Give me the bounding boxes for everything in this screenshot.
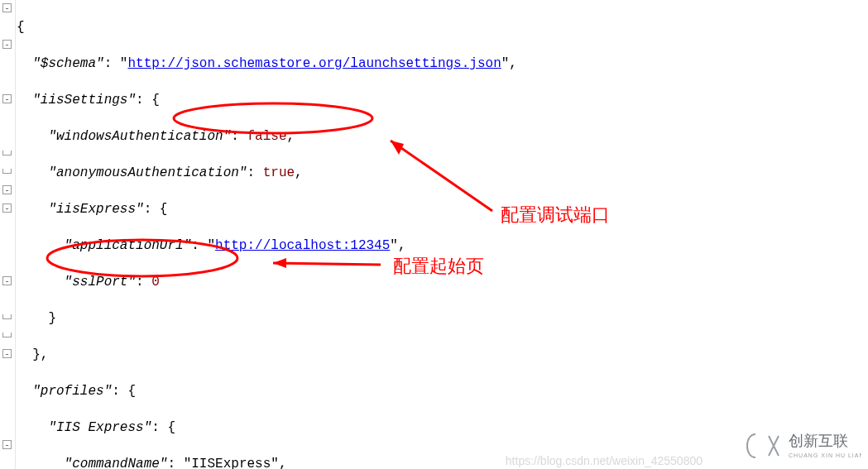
code-line: "applicationUrl": "http://localhost:1234…: [17, 237, 868, 255]
key-commandName: commandName: [72, 457, 160, 469]
code-line: {: [17, 18, 868, 36]
logo-c-icon: [747, 434, 755, 457]
value-windowsAuthentication: false: [247, 129, 286, 144]
value-schema-url[interactable]: http://json.schemastore.org/launchsettin…: [127, 56, 501, 71]
key-profiles: profiles: [41, 384, 104, 399]
brand-logo: 创新互联 CHUANG XIN HU LIAN: [746, 428, 861, 464]
code-line: "profiles": {: [17, 382, 868, 400]
fold-toggle-icon[interactable]: -: [2, 3, 12, 12]
fold-end-icon: [2, 169, 12, 174]
code-editor[interactable]: { "json": { "schema_key": "$schema", "sc…: [0, 0, 868, 469]
key-sslPort: sslPort: [72, 275, 127, 290]
brand-subtext: CHUANG XIN HU LIAN: [789, 452, 861, 458]
code-area[interactable]: { "$schema": "http://json.schemastore.or…: [17, 0, 868, 469]
gutter: - - - - - - - -: [0, 0, 16, 469]
fold-toggle-icon[interactable]: -: [2, 203, 12, 213]
key-anonymousAuthentication: anonymousAuthentication: [56, 165, 239, 180]
fold-toggle-icon[interactable]: -: [2, 276, 12, 285]
code-line: "commandName": "IISExpress",: [17, 455, 868, 469]
fold-toggle-icon[interactable]: -: [2, 40, 12, 49]
code-line: "iisSettings": {: [17, 91, 868, 109]
value-sslPort: 0: [151, 275, 160, 290]
code-line: "anonymousAuthentication": true,: [17, 164, 868, 182]
fold-toggle-icon[interactable]: -: [2, 185, 12, 194]
key-iisSettings: iisSettings: [41, 93, 128, 108]
key-profile-iis-express: IIS Express: [56, 420, 144, 435]
brand-text: 创新互联: [789, 433, 848, 449]
fold-toggle-icon[interactable]: -: [2, 349, 12, 358]
code-line: },: [17, 346, 868, 364]
key-iisExpress: iisExpress: [56, 202, 136, 217]
fold-toggle-icon[interactable]: -: [2, 94, 12, 103]
code-line: "windowsAuthentication": false,: [17, 127, 868, 146]
watermark-csdn: https://blog.csdn.net/weixin_42550800: [506, 454, 703, 467]
logo-x-icon: [769, 436, 779, 456]
value-commandName-iisexpress: IISExpress: [191, 457, 271, 469]
value-applicationUrl-debug[interactable]: http://localhost:12345: [215, 238, 390, 253]
key-applicationUrl: applicationUrl: [72, 238, 183, 253]
fold-toggle-icon[interactable]: -: [2, 440, 12, 449]
key-schema: $schema: [41, 56, 96, 71]
annotation-debug-port: 配置调试端口: [501, 203, 610, 227]
value-anonymousAuthentication: true: [263, 165, 295, 180]
key-windowsAuthentication: windowsAuthentication: [56, 129, 223, 144]
fold-end-icon: [2, 333, 12, 337]
code-line: "iisExpress": {: [17, 200, 868, 218]
code-line: "$schema": "http://json.schemastore.org/…: [17, 55, 868, 73]
annotation-start-page: 配置起始页: [393, 254, 484, 279]
code-line: }: [17, 309, 868, 328]
fold-end-icon: [2, 314, 12, 319]
fold-end-icon: [2, 151, 12, 156]
code-line: "IIS Express": {: [17, 419, 868, 437]
